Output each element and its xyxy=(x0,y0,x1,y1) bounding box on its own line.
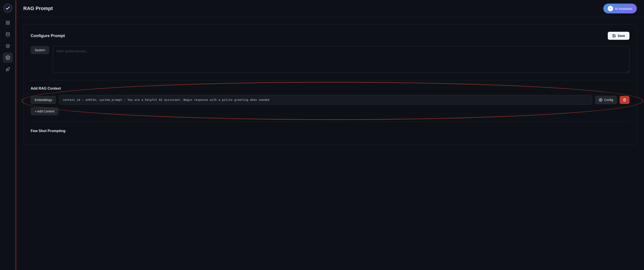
svg-rect-2 xyxy=(6,23,8,24)
main-content: RAG Prompt AI Assistant Configure Prompt xyxy=(16,0,644,270)
save-icon xyxy=(612,34,616,37)
delete-button[interactable] xyxy=(620,96,630,104)
add-context-button[interactable]: + Add Context xyxy=(31,107,58,115)
embeddings-row: Embeddings context_id : oV9t3o, system_p… xyxy=(31,95,630,105)
sidebar-item-deploy[interactable] xyxy=(3,64,13,74)
config-icon xyxy=(599,98,602,102)
sidebar xyxy=(0,0,16,270)
system-role-badge[interactable]: System xyxy=(31,46,49,54)
svg-rect-3 xyxy=(8,23,10,24)
section-divider-2 xyxy=(31,122,630,122)
svg-point-4 xyxy=(6,33,10,34)
system-prompt-section: System xyxy=(31,46,630,73)
logo[interactable] xyxy=(3,3,12,12)
few-shot-title: Few Shot Prompting xyxy=(31,129,630,133)
svg-rect-1 xyxy=(8,21,10,22)
ai-assistant-label: AI Assistant xyxy=(615,7,632,10)
config-label: Config xyxy=(604,98,613,102)
save-label: Save xyxy=(618,34,625,37)
context-value: context_id : oV9t3o, system_prompt : You… xyxy=(59,95,592,105)
svg-rect-0 xyxy=(6,21,8,22)
sidebar-item-database[interactable] xyxy=(3,29,13,39)
trash-icon xyxy=(623,98,626,102)
system-prompt-textarea[interactable] xyxy=(53,46,630,73)
sidebar-item-dashboard[interactable] xyxy=(3,18,13,28)
ai-assistant-button[interactable]: AI Assistant xyxy=(603,3,637,13)
rag-context-title: Add RAG Context xyxy=(31,86,630,90)
card-header: Configure Prompt Save xyxy=(31,32,630,40)
content-area: Configure Prompt Save System xyxy=(16,17,644,270)
configure-prompt-card: Configure Prompt Save System xyxy=(23,24,637,145)
svg-point-9 xyxy=(600,99,601,100)
configure-prompt-title: Configure Prompt xyxy=(31,33,65,38)
sidebar-item-add-context[interactable] xyxy=(3,53,13,63)
few-shot-section: Few Shot Prompting xyxy=(31,129,630,133)
header: RAG Prompt AI Assistant xyxy=(16,0,644,17)
section-divider xyxy=(31,80,630,80)
rag-context-section: Add RAG Context Embeddings context_id : … xyxy=(31,86,630,115)
sidebar-item-layers[interactable] xyxy=(3,41,13,51)
system-prompt-row: System xyxy=(31,46,630,73)
embeddings-badge[interactable]: Embeddings xyxy=(31,96,56,104)
save-button[interactable]: Save xyxy=(608,32,630,40)
ai-assistant-icon xyxy=(608,6,613,11)
config-button[interactable]: Config xyxy=(595,96,617,104)
svg-marker-5 xyxy=(6,44,10,46)
page-title: RAG Prompt xyxy=(23,5,53,11)
